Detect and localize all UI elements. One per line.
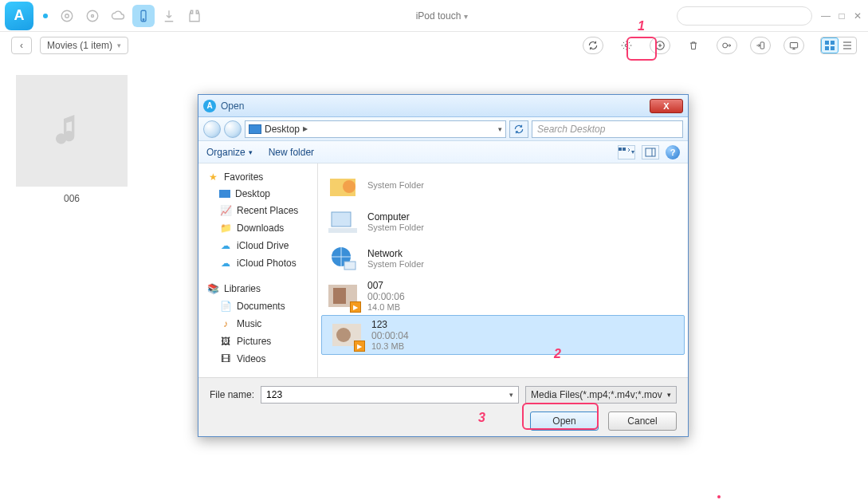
settings-button[interactable] xyxy=(616,37,637,54)
svg-point-1 xyxy=(65,14,69,18)
to-device-button[interactable] xyxy=(717,37,737,54)
view-options-button[interactable]: ▾ xyxy=(618,145,635,159)
dialog-search[interactable]: Search Desktop xyxy=(532,120,683,138)
sidebar: ★Favorites Desktop 📈Recent Places 📁Downl… xyxy=(198,163,318,377)
device-tab-icon[interactable] xyxy=(132,5,155,27)
svg-rect-15 xyxy=(831,46,835,50)
sidebar-recent[interactable]: 📈Recent Places xyxy=(198,202,317,219)
nav-forward-button[interactable] xyxy=(224,120,242,138)
minimize-button[interactable]: — xyxy=(820,10,831,22)
svg-rect-14 xyxy=(825,46,829,50)
breadcrumb-arrow-icon: ▶ xyxy=(303,125,308,132)
address-bar[interactable]: Desktop ▶ ▾ xyxy=(245,120,506,138)
cloud-icon: ☁ xyxy=(219,257,232,270)
organize-menu[interactable]: Organize▾ xyxy=(206,147,253,158)
desktop-icon xyxy=(249,124,261,134)
file-row-computer[interactable]: ComputerSystem Folder xyxy=(318,203,688,240)
download-tab-icon[interactable] xyxy=(158,5,180,27)
open-button[interactable]: Open xyxy=(530,411,599,431)
sidebar-music[interactable]: ♪Music xyxy=(198,315,317,333)
search-input[interactable] xyxy=(687,10,807,22)
chevron-down-icon: ▾ xyxy=(117,41,121,49)
file-row-123[interactable]: ▶ 12300:00:0410.3 MB xyxy=(321,315,685,355)
preview-pane-button[interactable] xyxy=(642,145,659,159)
apps-tab-icon[interactable] xyxy=(183,5,206,27)
cloud-tab-icon[interactable] xyxy=(107,5,129,27)
callout-two: 2 xyxy=(554,347,561,361)
svg-point-3 xyxy=(92,14,94,17)
sidebar-icloud-drive[interactable]: ☁iCloud Drive xyxy=(198,237,317,254)
filename-dropdown-icon[interactable]: ▾ xyxy=(509,391,513,399)
status-dot-icon xyxy=(43,14,48,18)
view-toggle xyxy=(820,37,857,54)
nav-back-button[interactable] xyxy=(203,120,221,138)
sidebar-icloud-photos[interactable]: ☁iCloud Photos xyxy=(198,254,317,272)
svg-point-2 xyxy=(87,10,98,22)
recent-icon: 📈 xyxy=(219,204,232,217)
help-button[interactable]: ? xyxy=(666,145,680,159)
music-tab-icon[interactable] xyxy=(56,5,78,27)
dialog-close-button[interactable]: X xyxy=(650,99,683,113)
new-folder-button[interactable]: New folder xyxy=(269,147,314,158)
filename-input[interactable] xyxy=(266,389,509,400)
svg-rect-24 xyxy=(344,262,355,270)
svg-point-7 xyxy=(625,44,628,47)
titlebar: A iPod touch▾ — □ ✕ xyxy=(0,0,868,32)
star-icon: ★ xyxy=(206,171,219,183)
grid-view-button[interactable] xyxy=(821,37,839,53)
sidebar-documents[interactable]: 📄Documents xyxy=(198,297,317,315)
file-list: System Folder ComputerSystem Folder Netw… xyxy=(318,163,688,377)
callout-three: 3 xyxy=(478,411,485,425)
sidebar-pictures[interactable]: 🖼Pictures xyxy=(198,333,317,350)
network-icon xyxy=(326,243,359,274)
breadcrumb[interactable]: Movies (1 item)▾ xyxy=(40,37,128,54)
power-tab-icon[interactable] xyxy=(81,5,104,27)
svg-rect-13 xyxy=(831,41,835,45)
to-computer-button[interactable] xyxy=(784,37,804,54)
back-button[interactable]: ‹ xyxy=(11,37,32,54)
video-thumb-icon: ▶ xyxy=(330,320,363,350)
movie-thumbnail[interactable]: 006 xyxy=(16,75,128,204)
filename-field[interactable]: ▾ xyxy=(261,386,519,404)
app-logo: A xyxy=(5,2,33,30)
svg-rect-11 xyxy=(790,43,797,48)
close-button[interactable]: ✕ xyxy=(852,10,863,22)
global-search[interactable] xyxy=(677,6,812,26)
play-overlay-icon: ▶ xyxy=(350,301,361,313)
video-thumb-icon: ▶ xyxy=(326,281,359,311)
device-name[interactable]: iPod touch▾ xyxy=(207,10,677,22)
computer-icon xyxy=(326,207,359,237)
to-phone-button[interactable] xyxy=(750,37,771,54)
sidebar-favorites[interactable]: ★Favorites xyxy=(198,168,317,186)
list-view-button[interactable] xyxy=(839,37,856,53)
file-row-network[interactable]: NetworkSystem Folder xyxy=(318,240,688,277)
dialog-nav: Desktop ▶ ▾ Search Desktop xyxy=(198,117,688,141)
add-button[interactable] xyxy=(650,37,670,54)
sidebar-downloads[interactable]: 📁Downloads xyxy=(198,219,317,237)
toolbar: ‹ Movies (1 item)▾ xyxy=(0,32,868,59)
file-row-007[interactable]: ▶ 00700:00:0614.0 MB xyxy=(318,277,688,315)
thumbnail-caption: 006 xyxy=(16,193,128,204)
user-folder-icon xyxy=(326,170,359,200)
file-row-userfolder[interactable]: System Folder xyxy=(318,167,688,203)
delete-button[interactable] xyxy=(683,37,704,54)
sidebar-desktop[interactable]: Desktop xyxy=(198,186,317,202)
sidebar-libraries[interactable]: 📚Libraries xyxy=(198,280,317,297)
thumbnail-cover xyxy=(16,75,128,187)
svg-rect-21 xyxy=(332,212,351,226)
sidebar-videos[interactable]: 🎞Videos xyxy=(198,350,317,368)
file-type-filter[interactable]: Media Files(*.mp4;*.m4v;*.mov▾ xyxy=(525,386,677,404)
nav-refresh-button[interactable] xyxy=(509,120,528,138)
open-dialog: A Open X Desktop ▶ ▾ Search Desktop Orga… xyxy=(198,94,689,437)
desktop-icon xyxy=(219,190,230,198)
callout-number-1: 1 xyxy=(638,19,645,33)
chevron-down-icon: ▾ xyxy=(464,12,468,21)
maximize-button[interactable]: □ xyxy=(836,10,847,22)
svg-point-20 xyxy=(343,180,355,193)
refresh-button[interactable] xyxy=(583,37,603,54)
cancel-button[interactable]: Cancel xyxy=(608,411,677,431)
svg-rect-22 xyxy=(328,228,357,233)
address-dropdown-icon[interactable]: ▾ xyxy=(498,125,502,133)
folder-icon: 📁 xyxy=(219,222,232,234)
dialog-app-icon: A xyxy=(203,100,216,112)
